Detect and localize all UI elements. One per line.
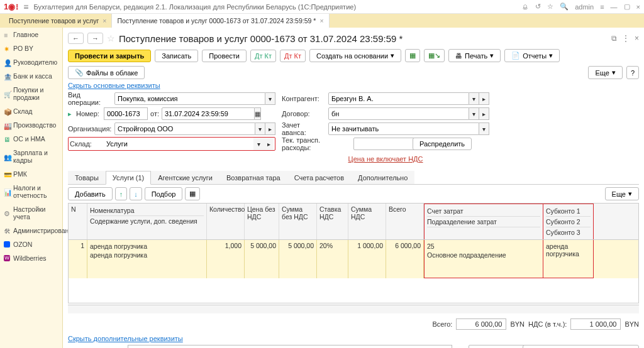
- close-page-icon[interactable]: ×: [635, 34, 639, 43]
- org-input[interactable]: [114, 122, 255, 135]
- user-menu-icon[interactable]: ≡: [600, 3, 604, 11]
- more-table-button[interactable]: Еще ▾: [605, 187, 639, 200]
- num-label: Номер:: [76, 110, 101, 117]
- sidebar-item-hr[interactable]: 👥Зарплата и кадры: [0, 146, 62, 167]
- menu-dots-icon[interactable]: ⋮: [622, 34, 630, 43]
- date-input[interactable]: [162, 107, 255, 120]
- sidebar-item-admin[interactable]: 🛠Администрирование: [0, 224, 62, 237]
- minimize-icon[interactable]: —: [611, 3, 618, 11]
- col-sum[interactable]: Сумма без НДС: [279, 204, 317, 239]
- sidebar-item-wildberries[interactable]: WWildberries: [0, 251, 62, 265]
- avans-input[interactable]: [328, 122, 479, 135]
- col-cost-account[interactable]: Счет затрат Подразделение затрат: [424, 204, 543, 239]
- post-button[interactable]: Провести: [202, 50, 247, 62]
- chevron-down-icon[interactable]: ▾: [255, 122, 265, 135]
- col-subconto[interactable]: Субконто 1 Субконто 2 Субконто 3: [543, 204, 594, 239]
- chevron-down-icon[interactable]: ▾: [265, 92, 275, 105]
- excel-button[interactable]: ▦: [405, 49, 420, 62]
- nav-forward-button[interactable]: →: [87, 33, 103, 44]
- dogovor-input[interactable]: [328, 107, 469, 120]
- open-icon[interactable]: ▸: [479, 107, 489, 120]
- col-total[interactable]: Всего: [386, 204, 424, 239]
- create-based-button[interactable]: Создать на основании ▾: [309, 49, 401, 62]
- chevron-down-icon[interactable]: ▾: [469, 107, 479, 120]
- dt-kt-button[interactable]: Дт Кт: [250, 50, 276, 62]
- sidebar-item-manager[interactable]: 👤Руководителю: [0, 55, 62, 69]
- nav-back-button[interactable]: ←: [68, 33, 84, 44]
- chevron-down-icon[interactable]: ▾: [253, 138, 264, 150]
- add-row-button[interactable]: Добавить: [68, 187, 113, 200]
- col-nom[interactable]: Номенклатура Содержание услуги, доп. све…: [87, 204, 207, 239]
- distribute-button[interactable]: Распределить: [413, 138, 472, 150]
- tab-additional[interactable]: Дополнительно: [351, 171, 414, 184]
- col-n[interactable]: N: [69, 204, 87, 239]
- sidebar-item-trade[interactable]: 🛒Покупки и продажи: [0, 83, 62, 104]
- col-price[interactable]: Цена без НДС: [245, 204, 279, 239]
- files-cloud-button[interactable]: 📎 Файлы в облаке: [68, 66, 145, 79]
- tab-services[interactable]: Услуги (1): [106, 171, 151, 185]
- sidebar-item-rmk[interactable]: 💳РМК: [0, 167, 62, 181]
- post-and-close-button[interactable]: Провести и закрыть: [68, 50, 151, 62]
- sidebar-item-tax[interactable]: 📊Налоги и отчетность: [0, 181, 62, 202]
- cur1: BYN: [510, 320, 525, 328]
- print-button[interactable]: 🖶 Печать ▾: [448, 49, 501, 62]
- calendar-icon[interactable]: ▦: [255, 107, 261, 120]
- sidebar-item-assets[interactable]: 🖥ОС и НМА: [0, 132, 62, 146]
- hide-main-req-link[interactable]: Скрыть основные реквизиты: [68, 82, 160, 89]
- kontr-input[interactable]: [328, 92, 469, 105]
- sidebar-item-poby[interactable]: ✷PO BY: [0, 41, 62, 55]
- maximize-icon[interactable]: ▢: [624, 3, 630, 11]
- tab-accounts[interactable]: Счета расчетов: [287, 171, 351, 184]
- excel-export-button[interactable]: ▦↘: [424, 49, 445, 62]
- services-table[interactable]: N Номенклатура Содержание услуги, доп. с…: [68, 203, 639, 303]
- history-icon[interactable]: ↺: [535, 3, 541, 11]
- tab-return[interactable]: Возвратная тара: [219, 171, 287, 184]
- chevron-down-icon[interactable]: ▾: [469, 92, 479, 105]
- move-down-button[interactable]: ↓: [130, 187, 142, 200]
- col-nds[interactable]: Сумма НДС: [348, 204, 386, 239]
- search-icon[interactable]: 🔍: [560, 3, 569, 11]
- table-row[interactable]: 1 аренда погрузчика аренда погрузчика 1,…: [69, 240, 638, 278]
- close-icon[interactable]: ×: [636, 3, 640, 11]
- sf-num-input[interactable]: [128, 345, 452, 348]
- sidebar-item-main[interactable]: ≡Главное: [0, 28, 62, 41]
- hamburger-icon[interactable]: ≡: [23, 2, 28, 12]
- tab-goods[interactable]: Товары: [68, 171, 106, 184]
- tab-current-doc[interactable]: Поступление товаров и услуг 0000-1673 от…: [111, 14, 329, 28]
- more-button[interactable]: Еще ▾: [588, 66, 622, 79]
- sidebar-item-stock[interactable]: 📦Склад: [0, 104, 62, 118]
- horizontal-scrollbar[interactable]: [68, 305, 639, 313]
- reports-button[interactable]: 📄 Отчеты ▾: [504, 49, 560, 62]
- user-name[interactable]: admin: [575, 3, 594, 11]
- price-no-vat-link[interactable]: Цена не включает НДС: [348, 155, 423, 163]
- sidebar-item-bank[interactable]: 🏦Банк и касса: [0, 69, 62, 83]
- num-input[interactable]: [104, 107, 148, 120]
- write-button[interactable]: Записать: [155, 50, 198, 62]
- move-up-button[interactable]: ↑: [115, 187, 128, 200]
- chevron-down-icon[interactable]: ▾: [479, 122, 489, 135]
- dt-kt-red-button[interactable]: Дт Кт: [280, 50, 306, 62]
- open-icon[interactable]: ▸: [265, 122, 275, 135]
- close-icon[interactable]: ×: [319, 17, 323, 24]
- close-icon[interactable]: ×: [103, 17, 106, 24]
- hide-add-req-link[interactable]: Скрыть дополнительные реквизиты: [68, 335, 183, 342]
- open-icon[interactable]: ▸: [264, 138, 274, 150]
- tab-list[interactable]: Поступление товаров и услуг ×: [4, 14, 111, 28]
- col-qty[interactable]: Количество: [207, 204, 245, 239]
- favorite-icon[interactable]: ☆: [107, 33, 115, 43]
- sidebar-item-settings[interactable]: ⚙Настройки учета: [0, 202, 62, 224]
- popout-icon[interactable]: ⧉: [611, 34, 617, 43]
- select-button[interactable]: Подбор: [145, 187, 183, 200]
- help-button[interactable]: ?: [626, 66, 639, 79]
- bell-icon[interactable]: 🕭: [522, 3, 529, 11]
- register-sf-button[interactable]: Зарегистрировать счет-фактуру: [523, 345, 639, 348]
- tab-agent[interactable]: Агентские услуги: [151, 171, 219, 184]
- sidebar-item-production[interactable]: 🏭Производство: [0, 118, 62, 132]
- group-edit-button[interactable]: ▦: [185, 187, 200, 200]
- col-rate[interactable]: Ставка НДС: [317, 204, 348, 239]
- star-icon[interactable]: ☆: [547, 3, 553, 11]
- op-input[interactable]: [114, 92, 265, 105]
- open-icon[interactable]: ▸: [479, 92, 489, 105]
- sidebar-item-ozon[interactable]: OZON: [0, 237, 62, 251]
- sklad-input[interactable]: [104, 138, 253, 150]
